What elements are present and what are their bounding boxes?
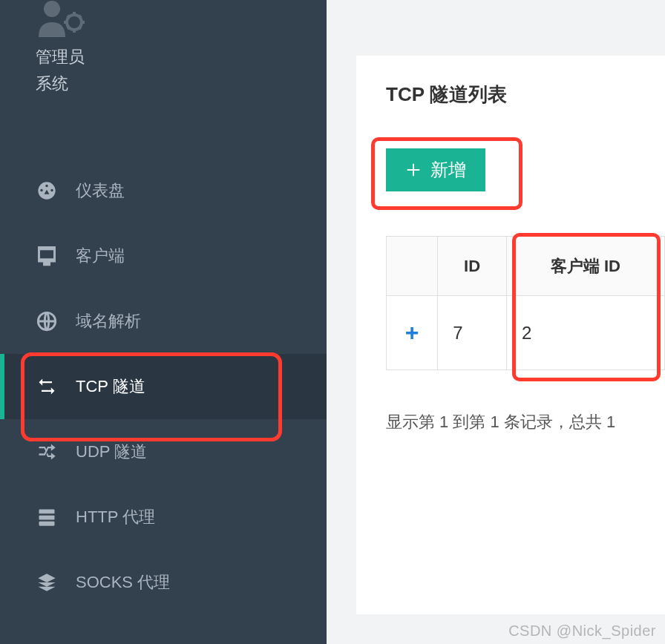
table-header-id[interactable]: ID <box>438 237 507 296</box>
sidebar-item-label: HTTP 代理 <box>76 506 155 528</box>
monitor-icon <box>36 245 58 267</box>
user-system-label[interactable]: 系统 <box>36 73 291 95</box>
expand-row-icon[interactable]: + <box>405 319 419 346</box>
sidebar-item-client[interactable]: 客户端 <box>0 223 327 289</box>
sidebar-item-tcp-tunnel[interactable]: TCP 隧道 <box>0 354 327 419</box>
table-row: + 7 2 <box>387 296 665 370</box>
card-title: TCP 隧道列表 <box>386 82 665 108</box>
add-button[interactable]: 新增 <box>386 148 485 191</box>
sidebar-item-http-proxy[interactable]: HTTP 代理 <box>0 484 327 550</box>
svg-line-9 <box>68 27 70 29</box>
globe-icon <box>36 310 58 332</box>
cell-id: 7 <box>438 296 507 370</box>
layers-icon <box>36 571 58 594</box>
user-section: 管理员 系统 <box>0 0 327 117</box>
shuffle-icon <box>36 441 58 463</box>
pagination-info: 显示第 1 到第 1 条记录，总共 1 <box>386 411 665 433</box>
table-header-row: ID 客户端 ID <box>387 237 665 296</box>
sidebar-item-label: 域名解析 <box>76 310 141 332</box>
sidebar-item-label: 仪表盘 <box>76 180 125 202</box>
sidebar-item-udp-tunnel[interactable]: UDP 隧道 <box>0 419 327 484</box>
user-cog-icon <box>36 0 88 37</box>
tunnel-list-card: TCP 隧道列表 新增 ID 客户端 ID + 7 2 <box>356 56 665 614</box>
svg-line-6 <box>68 16 70 18</box>
user-role-label: 管理员 <box>36 46 291 68</box>
sidebar-item-label: TCP 隧道 <box>76 375 145 398</box>
sidebar: 管理员 系统 仪表盘 客户端 域名解析 TCP 隧道 <box>0 0 327 644</box>
sidebar-item-label: SOCKS 代理 <box>76 571 170 594</box>
dashboard-icon <box>36 180 58 202</box>
watermark: CSDN @Nick_Spider <box>508 622 656 640</box>
nav-menu: 仪表盘 客户端 域名解析 TCP 隧道 UDP 隧道 <box>0 158 327 615</box>
sidebar-item-dns[interactable]: 域名解析 <box>0 289 327 354</box>
svg-rect-12 <box>39 516 55 520</box>
table-header-expand[interactable] <box>387 237 438 296</box>
sidebar-item-socks-proxy[interactable]: SOCKS 代理 <box>0 550 327 615</box>
svg-rect-11 <box>39 510 55 514</box>
tunnel-table: ID 客户端 ID + 7 2 <box>386 236 665 370</box>
table-header-client-id[interactable]: 客户端 ID <box>506 237 664 296</box>
plus-icon <box>405 162 422 178</box>
svg-line-8 <box>79 16 81 18</box>
server-icon <box>36 506 58 528</box>
svg-line-7 <box>79 27 81 29</box>
svg-rect-13 <box>39 522 55 526</box>
swap-icon <box>36 375 58 398</box>
cell-client-id: 2 <box>506 296 664 370</box>
main-content: TCP 隧道列表 新增 ID 客户端 ID + 7 2 <box>327 0 665 644</box>
svg-point-0 <box>44 1 60 17</box>
expand-cell: + <box>387 296 438 370</box>
add-button-label: 新增 <box>430 158 466 182</box>
sidebar-item-label: 客户端 <box>76 245 125 267</box>
sidebar-item-label: UDP 隧道 <box>76 441 147 463</box>
sidebar-item-dashboard[interactable]: 仪表盘 <box>0 158 327 223</box>
